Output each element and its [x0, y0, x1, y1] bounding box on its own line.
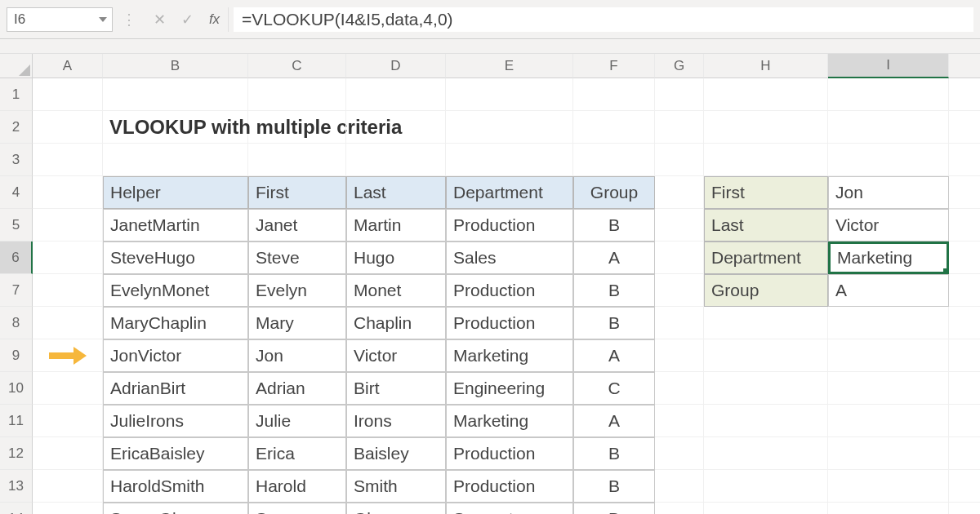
table-cell[interactable]: Irons [346, 405, 446, 437]
cell[interactable] [33, 144, 103, 176]
cell[interactable] [446, 78, 573, 111]
lookup-value[interactable]: Jon [828, 176, 949, 209]
cell[interactable] [949, 339, 980, 372]
table-cell[interactable]: Janet [248, 209, 346, 241]
table-cell[interactable]: B [573, 209, 655, 241]
cell[interactable] [655, 307, 704, 339]
table-cell[interactable]: JonVictor [103, 339, 248, 372]
table-cell[interactable]: B [573, 437, 655, 470]
cell[interactable] [949, 307, 980, 339]
insert-function-button[interactable]: fx [201, 7, 229, 32]
col-header[interactable]: A [33, 54, 103, 78]
cell[interactable] [949, 437, 980, 470]
cell[interactable] [655, 274, 704, 307]
table-cell[interactable]: Production [446, 307, 573, 339]
table-header[interactable]: Last [346, 176, 446, 209]
table-cell[interactable]: JanetMartin [103, 209, 248, 241]
cell[interactable] [949, 144, 980, 176]
cell[interactable] [949, 405, 980, 437]
cell[interactable] [573, 144, 655, 176]
cell[interactable] [446, 111, 573, 144]
cell[interactable] [949, 111, 980, 144]
table-cell[interactable]: Baisley [346, 437, 446, 470]
col-header[interactable]: B [103, 54, 248, 78]
cell[interactable] [33, 470, 103, 503]
cell[interactable] [655, 372, 704, 405]
col-header[interactable]: C [248, 54, 346, 78]
cell[interactable] [828, 372, 949, 405]
cell[interactable] [828, 503, 949, 514]
cell[interactable] [704, 144, 828, 176]
table-cell[interactable]: JulieIrons [103, 405, 248, 437]
cell[interactable] [704, 437, 828, 470]
table-cell[interactable]: Production [446, 437, 573, 470]
row-header[interactable]: 1 [0, 78, 33, 111]
row-header[interactable]: 3 [0, 144, 33, 176]
col-header[interactable]: D [346, 54, 446, 78]
table-cell[interactable]: EricaBaisley [103, 437, 248, 470]
formula-input[interactable]: =VLOOKUP(I4&I5,data,4,0) [234, 7, 973, 32]
col-header[interactable]: H [704, 54, 828, 78]
table-cell[interactable]: A [573, 241, 655, 274]
lookup-value[interactable]: Victor [828, 209, 949, 241]
row-header[interactable]: 7 [0, 274, 33, 307]
cell[interactable] [103, 144, 248, 176]
table-cell[interactable]: AdrianBirt [103, 372, 248, 405]
cell[interactable] [33, 274, 103, 307]
cell[interactable] [248, 111, 346, 144]
cell[interactable] [704, 339, 828, 372]
col-header[interactable]: I [828, 54, 949, 78]
table-cell[interactable]: Mary [248, 307, 346, 339]
row-header[interactable]: 14 [0, 503, 33, 514]
table-cell[interactable]: Support [446, 503, 573, 514]
cell[interactable] [828, 405, 949, 437]
cell[interactable] [949, 78, 980, 111]
table-cell[interactable]: Glass [346, 503, 446, 514]
row-header[interactable]: 13 [0, 470, 33, 503]
table-header[interactable]: Helper [103, 176, 248, 209]
cell[interactable] [828, 144, 949, 176]
table-cell[interactable]: SusanGlass [103, 503, 248, 514]
cell[interactable] [949, 241, 980, 274]
cell[interactable] [655, 503, 704, 514]
select-all-corner[interactable] [0, 54, 33, 78]
cell[interactable] [704, 372, 828, 405]
table-cell[interactable]: Marketing [446, 405, 573, 437]
table-cell[interactable]: Birt [346, 372, 446, 405]
cell[interactable] [103, 78, 248, 111]
cell[interactable] [704, 111, 828, 144]
cell[interactable] [949, 274, 980, 307]
cell[interactable] [33, 503, 103, 514]
cell[interactable] [346, 78, 446, 111]
cell[interactable] [655, 470, 704, 503]
table-cell[interactable]: C [573, 372, 655, 405]
table-cell[interactable]: Jon [248, 339, 346, 372]
table-cell[interactable]: Chaplin [346, 307, 446, 339]
cell[interactable] [828, 78, 949, 111]
cell[interactable] [33, 78, 103, 111]
col-header[interactable] [949, 54, 980, 78]
table-cell[interactable]: A [573, 339, 655, 372]
enter-formula-button[interactable]: ✓ [173, 7, 201, 32]
table-cell[interactable]: Julie [248, 405, 346, 437]
cell[interactable] [655, 78, 704, 111]
table-cell[interactable]: Production [446, 209, 573, 241]
row-header[interactable]: 12 [0, 437, 33, 470]
table-cell[interactable]: Marketing [446, 339, 573, 372]
cell[interactable] [33, 405, 103, 437]
table-cell[interactable]: Adrian [248, 372, 346, 405]
cell[interactable] [33, 372, 103, 405]
row-header[interactable]: 10 [0, 372, 33, 405]
table-cell[interactable]: Production [446, 274, 573, 307]
cell[interactable] [346, 144, 446, 176]
table-header[interactable]: First [248, 176, 346, 209]
table-cell[interactable]: Evelyn [248, 274, 346, 307]
cell[interactable] [33, 176, 103, 209]
lookup-label[interactable]: Group [704, 274, 828, 307]
table-cell[interactable]: Susan [248, 503, 346, 514]
cell[interactable] [828, 470, 949, 503]
lookup-label[interactable]: Department [704, 241, 828, 274]
table-cell[interactable]: Martin [346, 209, 446, 241]
cell[interactable] [704, 405, 828, 437]
cell[interactable] [33, 111, 103, 144]
